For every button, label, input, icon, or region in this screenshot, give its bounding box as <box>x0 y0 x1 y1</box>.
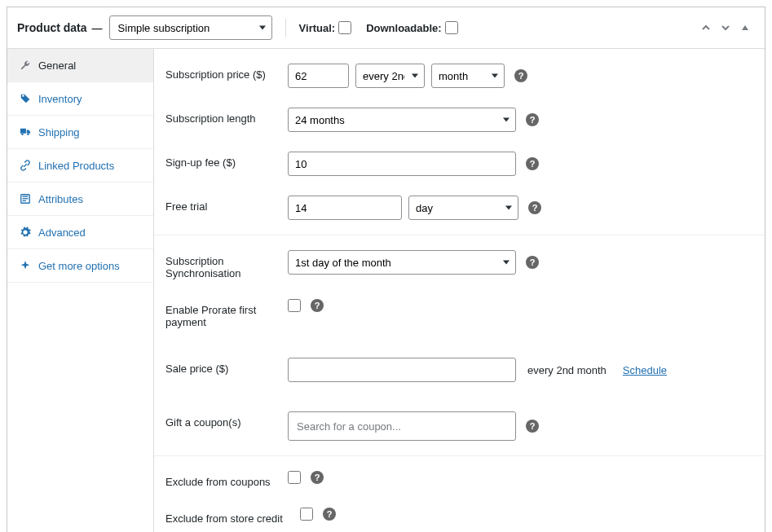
help-icon[interactable]: ? <box>311 471 324 484</box>
subscription-length-label: Subscription length <box>165 108 288 125</box>
move-up-icon[interactable] <box>696 18 716 37</box>
panel-title: Product data <box>17 21 87 34</box>
sync-label: Subscription Synchronisation <box>165 250 288 279</box>
product-type-select[interactable]: Simple subscription <box>109 15 272 40</box>
free-trial-input[interactable] <box>288 196 402 220</box>
exclude-store-credit-label: Exclude from store credit <box>165 508 300 525</box>
schedule-link[interactable]: Schedule <box>623 364 667 376</box>
content-area: Subscription price ($) every 2nd month ?… <box>154 49 765 532</box>
title-dash: — <box>92 22 103 34</box>
signup-fee-input[interactable] <box>288 152 516 176</box>
row-exclude-coupons: Exclude from coupons ? <box>154 461 765 498</box>
exclude-coupons-checkbox[interactable] <box>288 471 301 484</box>
gear-icon <box>19 226 32 239</box>
free-trial-label: Free trial <box>165 196 288 213</box>
exclude-store-credit-checkbox[interactable] <box>300 508 313 521</box>
prorate-label: Enable Prorate first payment <box>165 299 288 328</box>
row-subscription-length: Subscription length 24 months ? <box>154 98 765 142</box>
row-free-trial: Free trial day ? <box>154 186 765 230</box>
sidebar: General Inventory Shipping Linked Produc… <box>7 49 154 532</box>
divider <box>154 235 765 235</box>
wrench-icon <box>19 59 32 72</box>
sidebar-item-advanced[interactable]: Advanced <box>7 216 153 249</box>
help-icon[interactable]: ? <box>528 201 541 214</box>
list-icon <box>19 192 32 205</box>
help-icon[interactable]: ? <box>311 299 324 312</box>
collapse-icon[interactable] <box>735 18 755 37</box>
help-icon[interactable]: ? <box>526 113 539 126</box>
subscription-length-select[interactable]: 24 months <box>288 108 516 132</box>
svg-rect-3 <box>23 200 26 201</box>
sidebar-item-inventory[interactable]: Inventory <box>7 82 153 116</box>
signup-fee-label: Sign-up fee ($) <box>165 152 288 169</box>
svg-rect-1 <box>23 196 29 197</box>
virtual-label: Virtual: <box>299 22 336 34</box>
sidebar-label: Shipping <box>38 126 80 138</box>
panel-body: General Inventory Shipping Linked Produc… <box>7 49 765 532</box>
row-sale-price: Sale price ($) every 2nd month Schedule <box>154 338 765 392</box>
downloadable-label: Downloadable: <box>366 22 441 34</box>
panel-header: Product data — Simple subscription Virtu… <box>7 7 765 49</box>
truck-icon <box>19 125 32 138</box>
sale-price-suffix: every 2nd month <box>527 364 607 376</box>
row-prorate: Enable Prorate first payment ? <box>154 289 765 338</box>
sidebar-label: Attributes <box>38 193 83 205</box>
subscription-period-select[interactable]: month <box>431 64 505 88</box>
help-icon[interactable]: ? <box>526 157 539 170</box>
exclude-coupons-label: Exclude from coupons <box>165 471 288 488</box>
divider <box>154 455 765 456</box>
prorate-checkbox[interactable] <box>288 299 301 312</box>
sale-price-input[interactable] <box>288 358 516 382</box>
row-subscription-price: Subscription price ($) every 2nd month ? <box>154 49 765 98</box>
sidebar-label: Get more options <box>38 260 120 272</box>
subscription-interval-select[interactable]: every 2nd <box>355 64 425 88</box>
sidebar-label: General <box>38 59 76 72</box>
downloadable-checkbox[interactable] <box>445 21 458 34</box>
link-icon <box>19 159 32 172</box>
gift-coupon-label: Gift a coupon(s) <box>165 411 288 429</box>
move-down-icon[interactable] <box>716 18 735 37</box>
row-signup-fee: Sign-up fee ($) ? <box>154 142 765 186</box>
sync-select[interactable]: 1st day of the month <box>288 250 516 275</box>
sidebar-item-general[interactable]: General <box>7 49 153 82</box>
virtual-checkbox[interactable] <box>338 21 351 34</box>
free-trial-period-select[interactable]: day <box>408 196 518 220</box>
header-divider <box>285 19 286 37</box>
sidebar-item-attributes[interactable]: Attributes <box>7 182 153 216</box>
sale-price-label: Sale price ($) <box>165 358 288 375</box>
row-exclude-store-credit: Exclude from store credit ? <box>154 498 765 532</box>
row-gift-coupon: Gift a coupon(s) Search for a coupon... … <box>154 392 765 451</box>
product-data-panel: Product data — Simple subscription Virtu… <box>7 7 765 532</box>
subscription-price-input[interactable] <box>288 64 349 88</box>
sidebar-item-more[interactable]: Get more options <box>7 249 153 283</box>
svg-rect-2 <box>23 198 29 199</box>
sparkle-icon <box>19 259 32 272</box>
sidebar-item-linked[interactable]: Linked Products <box>7 149 153 182</box>
row-synchronisation: Subscription Synchronisation 1st day of … <box>154 240 765 289</box>
sidebar-label: Linked Products <box>38 160 114 172</box>
sidebar-item-shipping[interactable]: Shipping <box>7 116 153 149</box>
help-icon[interactable]: ? <box>323 508 336 521</box>
sidebar-label: Inventory <box>38 93 82 105</box>
help-icon[interactable]: ? <box>514 69 527 82</box>
sidebar-label: Advanced <box>38 226 86 239</box>
subscription-price-label: Subscription price ($) <box>165 64 288 81</box>
tag-icon <box>19 92 32 105</box>
help-icon[interactable]: ? <box>526 256 539 269</box>
gift-coupon-search[interactable]: Search for a coupon... <box>288 411 516 441</box>
help-icon[interactable]: ? <box>526 420 539 433</box>
